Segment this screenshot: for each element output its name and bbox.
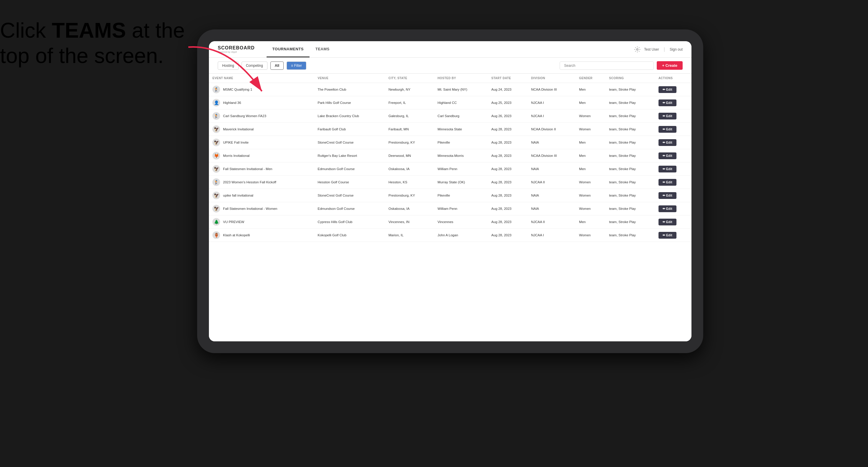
tablet-frame: SCOREBOARD Powered by clippit TOURNAMENT… [197,29,703,353]
edit-button[interactable]: ✏ Edit [658,179,677,186]
col-start-date: START DATE [488,73,528,83]
edit-button[interactable]: ✏ Edit [658,232,677,239]
cell-event-name: 🦊 Morris Invitational [209,149,314,162]
event-name-text: UPIKE Fall Invite [223,141,249,144]
signout-link[interactable]: Sign out [670,48,683,52]
cell-division: NAIA [528,189,576,202]
create-button[interactable]: + Create [657,61,683,70]
cell-venue: Cypress Hills Golf Club [314,215,385,229]
cell-venue: Park Hills Golf Course [314,96,385,110]
cell-gender: Women [576,110,606,123]
cell-gender: Women [576,229,606,242]
table-row: 🦅 Fall Statesmen Invitational - Women Ed… [209,202,691,215]
search-input[interactable] [560,62,654,70]
table-container: EVENT NAME VENUE CITY, STATE HOSTED BY S… [209,73,691,341]
gear-icon[interactable] [634,46,641,53]
cell-scoring: team, Stroke Play [606,189,655,202]
table-row: 👤 Highland 36 Park Hills Golf Course Fre… [209,96,691,110]
cell-event-name: 🌲 VU PREVIEW [209,215,314,229]
cell-gender: Women [576,176,606,189]
logo-title: SCOREBOARD [218,45,255,51]
edit-button[interactable]: ✏ Edit [658,113,677,120]
col-actions: ACTIONS [655,73,691,83]
table-row: 🦊 Morris Invitational Ruttger's Bay Lake… [209,149,691,162]
event-name-text: MSMC Qualifying 1 [223,88,252,91]
col-event-name: EVENT NAME [209,73,314,83]
cell-scoring: team, Stroke Play [606,83,655,96]
cell-division: NCAA Division II [528,123,576,136]
cell-start-date: Aug 28, 2023 [488,189,528,202]
edit-button[interactable]: ✏ Edit [658,99,677,106]
app-header: SCOREBOARD Powered by clippit TOURNAMENT… [209,41,691,58]
cell-event-name: 🏌 Carl Sandburg Women FA23 [209,110,314,123]
all-button[interactable]: All [270,62,284,70]
cell-start-date: Aug 28, 2023 [488,162,528,176]
cell-event-name: 👤 Highland 36 [209,96,314,110]
edit-button[interactable]: ✏ Edit [658,152,677,159]
header-right: Test User | Sign out [634,46,683,53]
team-icon: 🌲 [212,218,220,226]
cell-gender: Men [576,83,606,96]
cell-scoring: team, Stroke Play [606,162,655,176]
competing-button[interactable]: Competing [242,62,268,70]
cell-hosted-by: Minnesota State [434,123,488,136]
cell-actions: ✏ Edit [655,189,691,202]
cell-division: NJCAA I [528,110,576,123]
cell-city-state: Marion, IL [385,229,434,242]
cell-actions: ✏ Edit [655,83,691,96]
cell-venue: Kokopelli Golf Club [314,229,385,242]
cell-division: NJCAA I [528,229,576,242]
cell-actions: ✏ Edit [655,149,691,162]
cell-division: NAIA [528,202,576,215]
filter-button[interactable]: ≡ Filter [287,62,306,70]
instruction-text: Click TEAMS at the top of the screen. [0,18,185,68]
edit-button[interactable]: ✏ Edit [658,219,677,225]
hosting-button[interactable]: Hosting [218,62,239,70]
cell-gender: Women [576,202,606,215]
cell-city-state: Galesburg, IL [385,110,434,123]
cell-actions: ✏ Edit [655,202,691,215]
table-row: 🦅 UPIKE Fall Invite StoneCrest Golf Cour… [209,136,691,149]
cell-city-state: Newburgh, NY [385,83,434,96]
table-row: 🌲 VU PREVIEW Cypress Hills Golf Club Vin… [209,215,691,229]
cell-city-state: Prestonsburg, KY [385,189,434,202]
table-row: 🏌 2023 Women's Hesston Fall Kickoff Hess… [209,176,691,189]
logo-subtitle: Powered by clippit [218,51,255,53]
cell-venue: Edmundson Golf Course [314,202,385,215]
team-icon: 🦅 [212,192,220,199]
team-icon: 🦊 [212,152,220,159]
table-row: 🦅 Fall Statesmen Invitational - Men Edmu… [209,162,691,176]
cell-division: NCAA Division III [528,149,576,162]
edit-button[interactable]: ✏ Edit [658,192,677,199]
tab-teams[interactable]: TEAMS [310,41,335,57]
cell-hosted-by: William Penn [434,162,488,176]
team-icon: 🦅 [212,125,220,133]
cell-actions: ✏ Edit [655,110,691,123]
cell-city-state: Prestonsburg, KY [385,136,434,149]
edit-button[interactable]: ✏ Edit [658,86,677,93]
cell-scoring: team, Stroke Play [606,202,655,215]
cell-venue: Edmundson Golf Course [314,162,385,176]
cell-hosted-by: Murray State (OK) [434,176,488,189]
table-body: 🏌 MSMC Qualifying 1 The Powelton Club Ne… [209,83,691,242]
event-name-text: Klash at Kokopelli [223,234,250,237]
event-name-text: Fall Statesmen Invitational - Women [223,207,277,210]
cell-venue: Ruttger's Bay Lake Resort [314,149,385,162]
tablet-screen: SCOREBOARD Powered by clippit TOURNAMENT… [209,41,691,341]
table-row: 🦅 upike fall invitational StoneCrest Gol… [209,189,691,202]
edit-button[interactable]: ✏ Edit [658,139,677,146]
tab-tournaments[interactable]: TOURNAMENTS [267,41,310,57]
cell-hosted-by: Carl Sandburg [434,110,488,123]
edit-button[interactable]: ✏ Edit [658,206,677,212]
cell-event-name: 🏌 MSMC Qualifying 1 [209,83,314,96]
event-name-text: Fall Statesmen Invitational - Men [223,167,272,171]
cell-gender: Men [576,149,606,162]
cell-actions: ✏ Edit [655,96,691,110]
cell-hosted-by: Pikeville [434,136,488,149]
edit-button[interactable]: ✏ Edit [658,166,677,173]
cell-venue: StoneCrest Golf Course [314,189,385,202]
cell-start-date: Aug 28, 2023 [488,202,528,215]
cell-gender: Women [576,123,606,136]
col-division: DIVISION [528,73,576,83]
edit-button[interactable]: ✏ Edit [658,126,677,133]
